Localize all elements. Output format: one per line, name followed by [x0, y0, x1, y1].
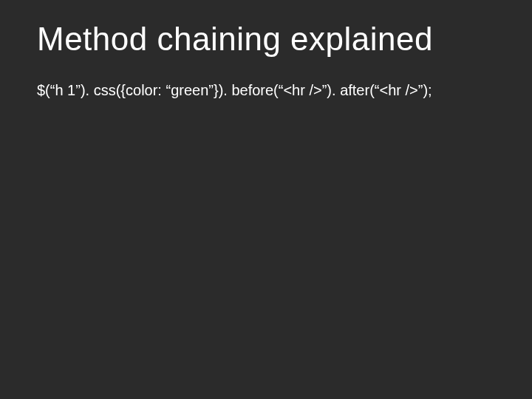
code-snippet: $(“h 1”). css({color: “green”}). before(…	[37, 80, 495, 100]
slide-container: Method chaining explained $(“h 1”). css(…	[0, 0, 532, 399]
slide-title: Method chaining explained	[37, 21, 495, 58]
